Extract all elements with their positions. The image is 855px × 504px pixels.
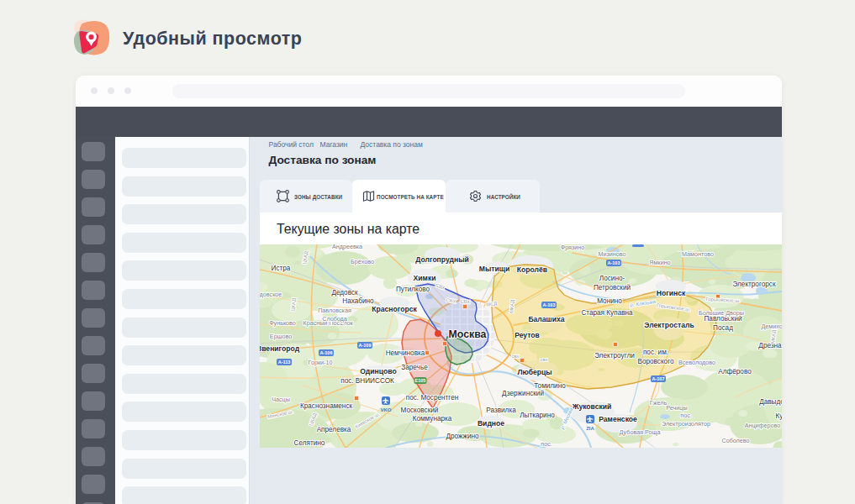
- svg-text:Фуньково: Фуньково: [269, 319, 296, 327]
- svg-text:Балашиха: Балашиха: [528, 315, 564, 323]
- svg-text:Андреевка: Андреевка: [332, 244, 362, 250]
- svg-text:Одинцово: Одинцово: [360, 367, 396, 375]
- svg-text:Брёхово: Брёхово: [351, 258, 374, 265]
- svg-text:Алфёрово: Алфёрово: [718, 368, 752, 375]
- svg-text:адовское: адовское: [260, 291, 282, 298]
- svg-text:Дубовая Роща: Дубовая Роща: [620, 428, 661, 436]
- svg-text:Мытищи: Мытищи: [479, 265, 510, 273]
- svg-text:А-113: А-113: [278, 360, 291, 365]
- svg-text:Воровского: Воровского: [637, 358, 674, 365]
- svg-text:Развилка: Развилка: [486, 407, 516, 414]
- svg-text:Путилково: Путилково: [396, 286, 430, 293]
- svg-text:Лыткарино: Лыткарино: [520, 412, 555, 419]
- svg-text:свх: свх: [512, 354, 520, 359]
- svg-text:Дедовск: Дедовск: [331, 289, 358, 297]
- svg-text:Ногинск: Ногинск: [657, 289, 686, 297]
- svg-text:Немчиновка: Немчиновка: [386, 349, 425, 357]
- svg-text:Томилино: Томилино: [534, 382, 566, 390]
- svg-text:Большие Дворы: Большие Дворы: [699, 309, 744, 317]
- svg-text:пос. Мосрентген: пос. Мосрентген: [406, 394, 458, 402]
- svg-text:Раменское: Раменское: [599, 415, 637, 423]
- svg-text:Давыдо: Давыдо: [759, 398, 782, 406]
- svg-text:Демихово: Демихово: [761, 323, 782, 330]
- svg-text:Слобода: Слобода: [322, 315, 347, 323]
- svg-text:Горки-10: Горки-10: [309, 359, 333, 366]
- svg-text:свх: свх: [541, 357, 548, 362]
- svg-text:Часцы: Часцы: [272, 396, 290, 403]
- svg-text:Краснознаменск: Краснознаменск: [300, 402, 353, 410]
- svg-text:Павловская: Павловская: [318, 307, 351, 314]
- svg-text:Речицы: Речицы: [666, 404, 687, 412]
- svg-text:Заречье: Заречье: [401, 364, 428, 371]
- svg-text:Апрелевка: Апрелевка: [317, 426, 351, 433]
- svg-text:Мизиново: Мизиново: [598, 250, 625, 258]
- svg-text:Электросталь: Электросталь: [644, 321, 694, 329]
- svg-text:Дзержинский: Дзержинский: [502, 390, 544, 397]
- svg-text:Московский: Московский: [401, 407, 439, 414]
- svg-text:VKO: VKO: [380, 407, 391, 412]
- svg-text:А-103: А-103: [543, 303, 556, 308]
- svg-text:Химки: Химки: [414, 274, 436, 282]
- svg-text:пос.: пос.: [680, 412, 691, 419]
- svg-text:Реутов: Реутов: [515, 331, 540, 339]
- svg-text:Ямкино: Ямкино: [649, 259, 670, 266]
- svg-text:Электроизолятор: Электроизолятор: [662, 420, 710, 428]
- svg-text:А-109: А-109: [359, 344, 372, 349]
- svg-text:Королёв: Королёв: [517, 265, 547, 274]
- svg-text:ZIA: ZIA: [586, 426, 594, 431]
- svg-text:пос. ВНИИССОК: пос. ВНИИССОК: [340, 377, 394, 385]
- svg-text:Видное: Видное: [478, 419, 504, 428]
- svg-text:Электроугли: Электроугли: [594, 352, 635, 360]
- svg-text:Старая Купавна: Старая Купавна: [581, 309, 633, 317]
- svg-text:Селятино: Селятино: [294, 439, 325, 447]
- svg-text:Долгопрудный: Долгопрудный: [415, 255, 469, 264]
- svg-text:Истра: Истра: [272, 265, 291, 272]
- svg-text:Электрогорск: Электрогорск: [732, 281, 775, 288]
- svg-text:Москва: Москва: [449, 328, 487, 340]
- svg-text:Звенигород: Звенигород: [260, 344, 300, 353]
- svg-text:Петровский: Петровский: [594, 284, 631, 291]
- svg-text:пос. им.: пос. им.: [643, 349, 668, 356]
- svg-text:СВХ: СВХ: [460, 299, 470, 305]
- svg-text:Ершово: Ершово: [270, 333, 292, 340]
- svg-text:А-103: А-103: [608, 261, 620, 266]
- svg-text:Посад: Посад: [713, 324, 733, 332]
- svg-text:Анциферово: Анциферово: [745, 422, 781, 429]
- svg-text:Мамонтово: Мамонтово: [682, 250, 714, 258]
- svg-text:Красногорск: Красногорск: [372, 305, 417, 313]
- svg-text:Ку: Ку: [776, 412, 782, 420]
- svg-text:А-106: А-106: [320, 351, 333, 356]
- svg-text:Всеволодово: Всеволодово: [678, 359, 715, 366]
- svg-text:Нахабино: Нахабино: [342, 297, 374, 305]
- svg-text:А-107: А-107: [652, 377, 665, 382]
- svg-text:Жуковский: Жуковский: [572, 402, 612, 411]
- svg-text:Фрязино: Фрязино: [561, 244, 585, 251]
- svg-text:Коммунарка: Коммунарка: [413, 415, 452, 423]
- svg-text:Монино: Монино: [597, 297, 622, 305]
- svg-text:Соболево: Соболево: [721, 437, 749, 444]
- svg-text:Гжель: Гжель: [650, 399, 668, 407]
- svg-text:Лосино-: Лосино-: [599, 275, 625, 282]
- svg-text:Е105: Е105: [415, 379, 426, 384]
- svg-text:Дрожжино: Дрожжино: [446, 433, 479, 440]
- svg-text:Люберцы: Люберцы: [517, 368, 552, 376]
- svg-text:пос.: пос.: [541, 440, 552, 448]
